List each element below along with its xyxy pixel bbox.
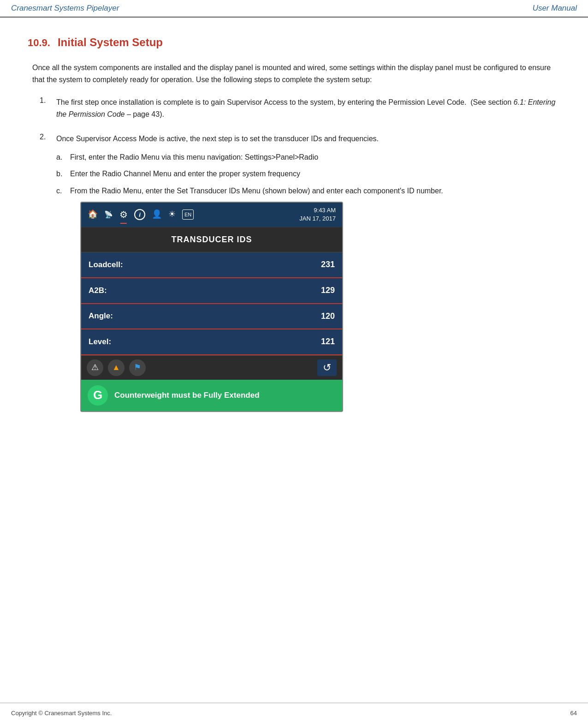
row-value: 231 xyxy=(321,258,335,272)
alert-button[interactable]: ⚠ xyxy=(87,359,103,376)
sub-letter: c. xyxy=(56,185,65,197)
footer-page-number: 64 xyxy=(570,710,577,717)
sub-text: Enter the Radio Channel Menu and enter t… xyxy=(70,168,300,180)
action-left-buttons: ⚠ ▲ ⚑ xyxy=(87,359,146,376)
row-label: A2B: xyxy=(89,284,107,297)
transducer-row-a2b: A2B: 129 xyxy=(81,278,342,304)
person-icon[interactable]: 👤 xyxy=(152,208,162,221)
flag-button[interactable]: ⚑ xyxy=(129,359,146,376)
device-status-bar: G Counterweight must be Fully Extended xyxy=(81,380,342,411)
footer: Copyright © Cranesmart Systems Inc. 64 xyxy=(0,703,588,723)
main-content: 10.9. Initial System Setup Once all the … xyxy=(0,18,588,456)
main-steps-list: 1. The first step once installation is c… xyxy=(28,96,560,426)
row-value: 129 xyxy=(321,284,335,298)
sensor-icon[interactable]: 📡 xyxy=(104,209,113,221)
brightness-icon[interactable]: ☀ xyxy=(168,208,176,221)
device-screenshot: 🏠 📡 ⚙ i 👤 ☀ EN xyxy=(80,202,343,412)
list-item: 1. The first step once installation is c… xyxy=(28,96,560,121)
step-2-text: Once Supervisor Access Mode is active, t… xyxy=(56,135,379,143)
list-item: a. First, enter the Radio Menu via this … xyxy=(56,151,560,163)
sub-letter: a. xyxy=(56,151,65,163)
step-text: Once Supervisor Access Mode is active, t… xyxy=(56,133,560,426)
row-label: Level: xyxy=(89,335,111,348)
sub-text: First, enter the Radio Menu via this men… xyxy=(70,151,318,163)
list-item: 2. Once Supervisor Access Mode is active… xyxy=(28,133,560,426)
gear-icon[interactable]: ⚙ xyxy=(119,207,128,222)
device-icons: 🏠 📡 ⚙ i 👤 ☀ EN xyxy=(88,207,194,222)
section-heading: 10.9. Initial System Setup xyxy=(28,36,560,49)
section-title: Initial System Setup xyxy=(58,36,163,49)
row-label: Angle: xyxy=(89,310,113,323)
warning-button[interactable]: ▲ xyxy=(108,359,125,376)
transducer-row-level: Level: 121 xyxy=(81,329,342,355)
date-display: JAN 17, 2017 xyxy=(299,215,336,223)
transducer-row-loadcell: Loadcell: 231 xyxy=(81,252,342,278)
transducer-row-angle: Angle: 120 xyxy=(81,304,342,330)
list-item: c. From the Radio Menu, enter the Set Tr… xyxy=(56,185,560,197)
section-number: 10.9. xyxy=(28,37,50,49)
header-right-title: User Manual xyxy=(533,4,577,13)
sub-list: a. First, enter the Radio Menu via this … xyxy=(56,151,560,197)
device-action-bar: ⚠ ▲ ⚑ ↺ xyxy=(81,355,342,380)
step-number: 2. xyxy=(40,133,50,426)
language-icon[interactable]: EN xyxy=(182,209,194,220)
info-icon[interactable]: i xyxy=(134,209,145,220)
device-topbar: 🏠 📡 ⚙ i 👤 ☀ EN xyxy=(81,203,342,227)
back-button[interactable]: ↺ xyxy=(317,359,337,376)
row-value: 121 xyxy=(321,335,335,349)
row-label: Loadcell: xyxy=(89,258,123,271)
sub-text: From the Radio Menu, enter the Set Trans… xyxy=(70,185,443,197)
header-left-title: Cranesmart Systems Pipelayer xyxy=(11,4,119,13)
row-value: 120 xyxy=(321,310,335,323)
intro-paragraph: Once all the system components are insta… xyxy=(28,62,560,86)
home-icon[interactable]: 🏠 xyxy=(88,208,98,221)
time-display: 9:43 AM xyxy=(299,206,336,215)
footer-copyright: Copyright © Cranesmart Systems Inc. xyxy=(11,710,112,717)
device-time: 9:43 AM JAN 17, 2017 xyxy=(299,206,336,223)
sub-letter: b. xyxy=(56,168,65,180)
device-title: TRANSDUCER IDS xyxy=(81,227,342,253)
step-number: 1. xyxy=(40,96,50,121)
status-logo-icon: G xyxy=(88,385,108,406)
step-text: The first step once installation is comp… xyxy=(56,96,560,121)
status-message: Counterweight must be Fully Extended xyxy=(114,389,260,402)
list-item: b. Enter the Radio Channel Menu and ente… xyxy=(56,168,560,180)
header: Cranesmart Systems Pipelayer User Manual xyxy=(0,0,588,18)
